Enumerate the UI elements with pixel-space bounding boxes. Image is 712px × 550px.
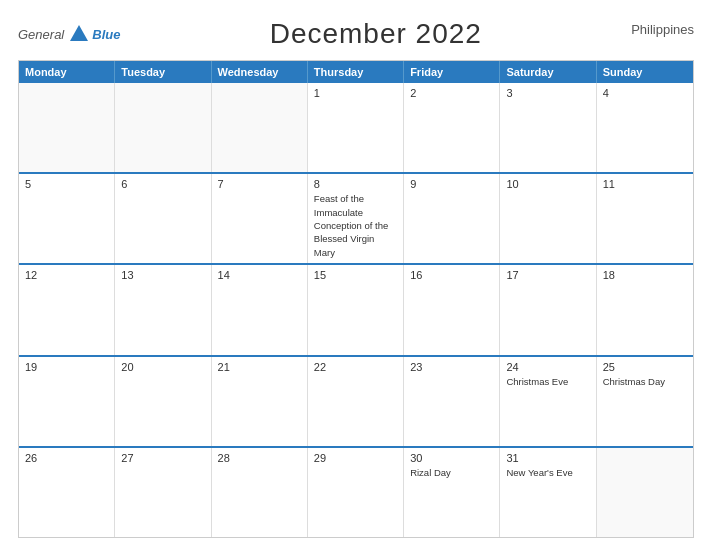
cell-w2-d5: 9 [404,174,500,263]
cell-w2-d4: 8Feast of the Immaculate Conception of t… [308,174,404,263]
header-monday: Monday [19,61,115,83]
day-number: 7 [218,178,301,190]
day-number: 19 [25,361,108,373]
cell-w2-d2: 6 [115,174,211,263]
day-number: 12 [25,269,108,281]
header-wednesday: Wednesday [212,61,308,83]
logo-general-text: General [18,27,64,42]
day-number: 11 [603,178,687,190]
cell-w2-d1: 5 [19,174,115,263]
logo: General Blue [18,23,120,45]
cell-w2-d7: 11 [597,174,693,263]
event-label: Christmas Eve [506,376,568,387]
header-friday: Friday [404,61,500,83]
day-number: 1 [314,87,397,99]
week-5: 2627282930Rizal Day31New Year's Eve [19,446,693,537]
country-label: Philippines [631,22,694,37]
cell-w3-d1: 12 [19,265,115,354]
day-number: 14 [218,269,301,281]
header-thursday: Thursday [308,61,404,83]
cell-w1-d6: 3 [500,83,596,172]
cell-w5-d6: 31New Year's Eve [500,448,596,537]
day-number: 3 [506,87,589,99]
calendar-body: 12345678Feast of the Immaculate Concepti… [19,83,693,537]
svg-marker-0 [70,25,88,41]
day-number: 26 [25,452,108,464]
header-sunday: Sunday [597,61,693,83]
event-label: Christmas Day [603,376,665,387]
day-number: 5 [25,178,108,190]
cell-w1-d3 [212,83,308,172]
cell-w3-d2: 13 [115,265,211,354]
cell-w5-d7 [597,448,693,537]
event-label: Rizal Day [410,467,451,478]
cell-w4-d7: 25Christmas Day [597,357,693,446]
day-number: 16 [410,269,493,281]
cell-w5-d2: 27 [115,448,211,537]
week-3: 12131415161718 [19,263,693,354]
day-number: 6 [121,178,204,190]
day-number: 22 [314,361,397,373]
header: General Blue December 2022 Philippines [18,18,694,50]
day-number: 17 [506,269,589,281]
event-label: New Year's Eve [506,467,572,478]
week-4: 192021222324Christmas Eve25Christmas Day [19,355,693,446]
cell-w4-d5: 23 [404,357,500,446]
cell-w3-d4: 15 [308,265,404,354]
cell-w2-d3: 7 [212,174,308,263]
day-number: 8 [314,178,397,190]
cell-w5-d1: 26 [19,448,115,537]
header-tuesday: Tuesday [115,61,211,83]
day-number: 24 [506,361,589,373]
cell-w4-d1: 19 [19,357,115,446]
day-number: 21 [218,361,301,373]
cell-w4-d2: 20 [115,357,211,446]
header-saturday: Saturday [500,61,596,83]
day-number: 13 [121,269,204,281]
day-number: 23 [410,361,493,373]
calendar: Monday Tuesday Wednesday Thursday Friday… [18,60,694,538]
cell-w1-d4: 1 [308,83,404,172]
month-title: December 2022 [270,18,482,50]
cell-w5-d4: 29 [308,448,404,537]
day-number: 18 [603,269,687,281]
cell-w1-d5: 2 [404,83,500,172]
event-label: Feast of the Immaculate Conception of th… [314,193,388,257]
day-number: 28 [218,452,301,464]
day-number: 10 [506,178,589,190]
week-1: 1234 [19,83,693,172]
day-number: 15 [314,269,397,281]
cell-w3-d3: 14 [212,265,308,354]
day-number: 2 [410,87,493,99]
day-number: 9 [410,178,493,190]
calendar-header: Monday Tuesday Wednesday Thursday Friday… [19,61,693,83]
cell-w2-d6: 10 [500,174,596,263]
logo-icon [68,23,90,45]
cell-w4-d6: 24Christmas Eve [500,357,596,446]
cell-w1-d7: 4 [597,83,693,172]
cell-w4-d4: 22 [308,357,404,446]
day-number: 27 [121,452,204,464]
calendar-page: General Blue December 2022 Philippines M… [0,0,712,550]
cell-w1-d2 [115,83,211,172]
logo-blue-text: Blue [92,27,120,42]
day-number: 25 [603,361,687,373]
cell-w5-d3: 28 [212,448,308,537]
cell-w3-d7: 18 [597,265,693,354]
day-number: 31 [506,452,589,464]
cell-w4-d3: 21 [212,357,308,446]
cell-w1-d1 [19,83,115,172]
day-number: 4 [603,87,687,99]
day-number: 20 [121,361,204,373]
cell-w3-d5: 16 [404,265,500,354]
day-number: 30 [410,452,493,464]
week-2: 5678Feast of the Immaculate Conception o… [19,172,693,263]
cell-w5-d5: 30Rizal Day [404,448,500,537]
cell-w3-d6: 17 [500,265,596,354]
day-number: 29 [314,452,397,464]
